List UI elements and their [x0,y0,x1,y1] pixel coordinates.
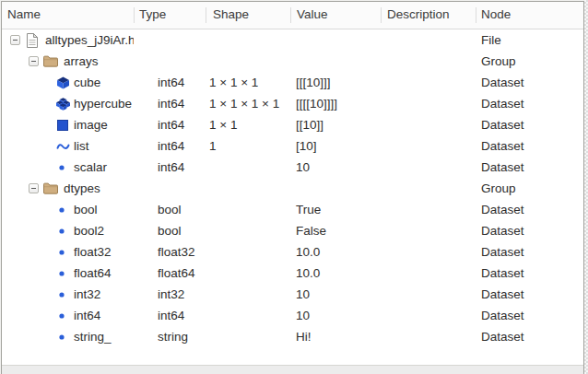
cell-type: string [134,326,206,347]
node-name-label: float64 [74,263,112,284]
cell-shape [206,29,290,51]
tree-expander-collapse-icon[interactable] [29,56,39,66]
column-header-label: Description [387,7,450,21]
cell-shape [206,51,290,72]
tree-row-int32[interactable]: int32int3210Dataset [2,284,583,305]
tree-row-arrays[interactable]: arraysGroup [2,51,583,72]
column-header-type[interactable]: Type [134,2,206,29]
cell-type: bool [134,220,206,241]
cell-desc [381,51,476,72]
scalar-dot-icon [55,266,70,281]
folder-icon [43,181,58,196]
scalar-dot-icon [55,203,70,217]
tree-row-image[interactable]: imageint641 × 1[[10]]Dataset [2,114,583,135]
cell-shape [206,305,290,326]
column-header-value[interactable]: Value [290,2,381,29]
cell-value: False [290,220,381,241]
cell-value [290,178,381,199]
cell-name: cube [2,72,134,93]
cell-type: int64 [134,135,206,157]
image-icon [55,118,70,133]
hdf5-viewer-window: Name Type Shape Value Description Node a… [1,1,584,374]
cell-value: 10.0 [290,241,381,263]
cell-type [134,51,206,72]
app-screen: Name Type Shape Value Description Node a… [0,0,588,374]
cell-desc [381,93,476,114]
cell-name: list [2,135,134,157]
tree-row-string_[interactable]: string_stringHi!Dataset [2,326,583,347]
scalar-dot-icon [55,330,70,345]
tree-expander-collapse-icon[interactable] [10,35,20,45]
cell-value: True [290,199,381,220]
cell-desc [381,157,476,178]
column-header-description[interactable]: Description [381,2,476,29]
node-name-label: image [74,114,108,135]
cell-node: Dataset [476,241,583,263]
column-header-shape[interactable]: Shape [206,2,290,29]
cell-value: [[[[10]]]] [290,93,381,114]
cell-desc [381,263,476,284]
node-name-label: alltypes_jJ9iAr.h5 [45,29,134,51]
tree-row-cube[interactable]: cubeint641 × 1 × 1[[[10]]]Dataset [2,72,583,93]
cell-type: int64 [134,93,206,114]
tree-row-bool2[interactable]: bool2boolFalseDataset [2,220,583,241]
node-name-label: bool2 [74,220,104,241]
column-header-label: Type [139,7,166,21]
column-header-label: Value [297,7,328,21]
cell-node: Dataset [476,199,583,220]
cell-shape: 1 [206,135,290,157]
cell-shape: 1 × 1 × 1 [206,72,290,93]
column-header-node[interactable]: Node [476,2,583,29]
cell-value [290,51,381,72]
node-name-label: hypercube [74,93,132,114]
cell-value: 10.0 [290,263,381,284]
cell-value: 10 [290,284,381,305]
cell-node: Dataset [476,114,583,135]
cell-node: Group [476,178,583,199]
cell-value: Hi! [290,326,381,347]
cell-node: File [476,29,583,51]
cell-desc [381,114,476,135]
cell-type: float32 [134,241,206,263]
column-header-row: Name Type Shape Value Description Node [2,2,583,29]
tree-row-scalar[interactable]: scalarint6410Dataset [2,157,583,178]
cell-type: int64 [134,157,206,178]
cell-type [134,178,206,199]
cell-shape [206,284,290,305]
node-name-label: cube [74,72,100,93]
tree-body: alltypes_jJ9iAr.h5FilearraysGroupcubeint… [2,29,583,347]
node-name-label: int32 [74,284,100,305]
cell-node: Dataset [476,72,583,93]
cell-type: bool [134,199,206,220]
tree-row-list[interactable]: listint641[10]Dataset [2,135,583,157]
column-header-label: Node [481,7,511,21]
node-name-label: scalar [74,157,107,178]
cell-shape [206,157,290,178]
cell-name: image [2,114,134,135]
cell-desc [381,29,476,51]
cell-node: Dataset [476,157,583,178]
column-header-label: Name [7,7,41,21]
node-name-label: int64 [74,305,100,326]
cell-type: float64 [134,263,206,284]
column-header-name[interactable]: Name [2,2,134,29]
node-name-label: string_ [74,326,112,347]
scalar-dot-icon [55,160,70,175]
node-name-label: bool [74,199,98,220]
tree-row-dtypes[interactable]: dtypesGroup [2,178,583,199]
cell-name: string_ [2,326,134,347]
tree-row-bool[interactable]: boolboolTrueDataset [2,199,583,220]
scalar-dot-icon [55,309,70,323]
cell-type: int32 [134,284,206,305]
tree-row-int64[interactable]: int64int6410Dataset [2,305,583,326]
cell-node: Dataset [476,220,583,241]
tree-row-float64[interactable]: float64float6410.0Dataset [2,263,583,284]
cell-name: int32 [2,284,134,305]
cell-name: int64 [2,305,134,326]
tree-expander-collapse-icon[interactable] [29,183,39,193]
cell-desc [381,326,476,347]
tree-row-float32[interactable]: float32float3210.0Dataset [2,241,583,263]
tree-row-alltypes_jJ9iAr.h5[interactable]: alltypes_jJ9iAr.h5File [2,29,583,51]
cell-desc [381,284,476,305]
tree-row-hypercube[interactable]: hypercubeint641 × 1 × 1 × 1[[[[10]]]]Dat… [2,93,583,114]
